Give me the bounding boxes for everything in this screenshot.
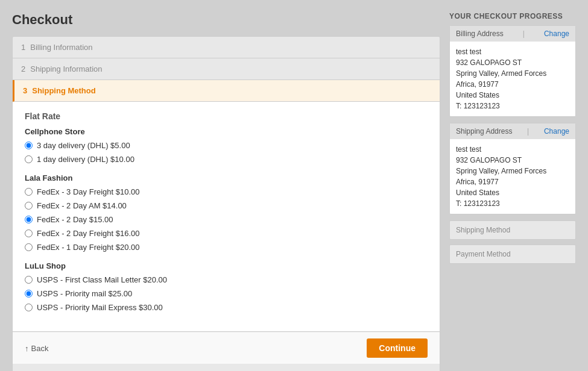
- radio-lu1[interactable]: [25, 276, 33, 284]
- step-3: 3 Shipping Method: [13, 80, 440, 102]
- radio-lf4[interactable]: [25, 229, 33, 237]
- label-cp1: 3 day delivery (DHL) $5.00: [37, 141, 130, 150]
- billing-region: Africa, 91977: [456, 79, 569, 90]
- option-lu2: USPS - Priority mail $25.00: [25, 288, 428, 299]
- option-lu3: USPS - Priority Mail Express $30.00: [25, 302, 428, 313]
- store-lulu-name: LuLu Shop: [25, 261, 428, 270]
- shipping-street: 932 GALOPAGO ST: [456, 155, 569, 166]
- step-footer: ↑ Back Continue: [13, 332, 440, 364]
- option-lf4: FedEx - 2 Day Freight $16.00: [25, 228, 428, 239]
- step-2-label: Shipping Information: [30, 64, 102, 73]
- sidebar-payment-method-label: Payment Method: [456, 250, 511, 258]
- label-lu2: USPS - Priority mail $25.00: [37, 289, 132, 298]
- shipping-address-body: test test 932 GALOPAGO ST Spring Valley,…: [450, 139, 575, 214]
- label-lu1: USPS - First Class Mail Letter $20.00: [37, 275, 167, 284]
- store-cellphone-name: Cellphone Store: [25, 127, 428, 136]
- shipping-region: Africa, 91977: [456, 176, 569, 187]
- shipping-city-state: Spring Valley, Armed Forces: [456, 166, 569, 176]
- back-arrow-icon: ↑: [25, 344, 29, 353]
- step-3-label: Shipping Method: [32, 86, 95, 95]
- step-2: 2 Shipping Information: [13, 58, 440, 80]
- billing-name: test test: [456, 46, 569, 57]
- main-content: Checkout 1 Billing Information 2 Shippin…: [12, 12, 440, 359]
- step-list: 1 Billing Information 2 Shipping Informa…: [12, 36, 440, 371]
- label-cp2: 1 day delivery (DHL) $10.00: [37, 155, 134, 164]
- step-1-number: 1: [21, 43, 25, 52]
- radio-lu3[interactable]: [25, 304, 33, 311]
- sidebar: YOUR CHECKOUT PROGRESS Billing Address |…: [449, 12, 576, 359]
- option-lf5: FedEx - 1 Day Freight $20.00: [25, 242, 428, 253]
- shipping-separator: |: [527, 127, 529, 136]
- progress-title: YOUR CHECKOUT PROGRESS: [449, 12, 576, 20]
- label-lf4: FedEx - 2 Day Freight $16.00: [37, 229, 140, 238]
- option-lf2: FedEx - 2 Day AM $14.00: [25, 200, 428, 211]
- radio-cp2[interactable]: [25, 155, 33, 163]
- radio-lu2[interactable]: [25, 290, 33, 298]
- shipping-address-header: Shipping Address | Change: [450, 123, 575, 139]
- label-lf2: FedEx - 2 Day AM $14.00: [37, 201, 127, 210]
- option-lf3: FedEx - 2 Day $15.00: [25, 214, 428, 225]
- page-title: Checkout: [12, 12, 440, 28]
- label-lf3: FedEx - 2 Day $15.00: [37, 215, 113, 224]
- option-cp2: 1 day delivery (DHL) $10.00: [25, 154, 428, 165]
- sidebar-shipping-method: Shipping Method: [449, 220, 576, 240]
- step-3-content: Flat Rate Cellphone Store 3 day delivery…: [13, 102, 440, 332]
- radio-lf5[interactable]: [25, 243, 33, 251]
- radio-cp1[interactable]: [25, 142, 33, 149]
- billing-section: Billing Address | Change test test 932 G…: [449, 25, 576, 117]
- radio-lf2[interactable]: [25, 202, 33, 210]
- shipping-address-section: Shipping Address | Change test test 932 …: [449, 123, 576, 214]
- store-lulu: LuLu Shop USPS - First Class Mail Letter…: [25, 261, 428, 313]
- shipping-phone: T: 123123123: [456, 198, 569, 209]
- billing-country: United States: [456, 90, 569, 101]
- billing-header-label: Billing Address: [456, 30, 504, 38]
- label-lu3: USPS - Priority Mail Express $30.00: [37, 303, 163, 312]
- option-lf1: FedEx - 3 Day Freight $10.00: [25, 186, 428, 198]
- flat-rate-title: Flat Rate: [25, 111, 428, 121]
- option-cp1: 3 day delivery (DHL) $5.00: [25, 140, 428, 151]
- billing-city-state: Spring Valley, Armed Forces: [456, 68, 569, 79]
- billing-header: Billing Address | Change: [450, 26, 575, 42]
- step-1-label: Billing Information: [30, 43, 92, 52]
- option-lu1: USPS - First Class Mail Letter $20.00: [25, 274, 428, 285]
- continue-button[interactable]: Continue: [367, 338, 428, 358]
- radio-lf1[interactable]: [25, 188, 33, 196]
- step-4: 4 Payment Information: [13, 364, 440, 371]
- billing-change-link[interactable]: Change: [544, 30, 569, 38]
- radio-lf3[interactable]: [25, 216, 33, 223]
- shipping-name: test test: [456, 144, 569, 155]
- shipping-header-label: Shipping Address: [456, 127, 512, 136]
- back-label: Back: [31, 344, 49, 353]
- label-lf5: FedEx - 1 Day Freight $20.00: [37, 243, 140, 252]
- label-lf1: FedEx - 3 Day Freight $10.00: [37, 187, 140, 196]
- store-cellphone: Cellphone Store 3 day delivery (DHL) $5.…: [25, 127, 428, 165]
- back-link[interactable]: ↑ Back: [25, 344, 48, 353]
- billing-phone: T: 123123123: [456, 101, 569, 111]
- sidebar-shipping-method-label: Shipping Method: [456, 226, 510, 234]
- billing-separator: |: [523, 30, 525, 38]
- sidebar-payment-method: Payment Method: [449, 245, 576, 264]
- shipping-country: United States: [456, 187, 569, 198]
- shipping-change-link[interactable]: Change: [544, 127, 569, 136]
- store-lala-name: Lala Fashion: [25, 173, 428, 182]
- store-lala: Lala Fashion FedEx - 3 Day Freight $10.0…: [25, 173, 428, 253]
- step-3-number: 3: [23, 86, 27, 95]
- billing-street: 932 GALOPAGO ST: [456, 57, 569, 68]
- step-1: 1 Billing Information: [13, 37, 440, 58]
- step-2-number: 2: [21, 64, 25, 73]
- billing-address-body: test test 932 GALOPAGO ST Spring Valley,…: [450, 42, 575, 116]
